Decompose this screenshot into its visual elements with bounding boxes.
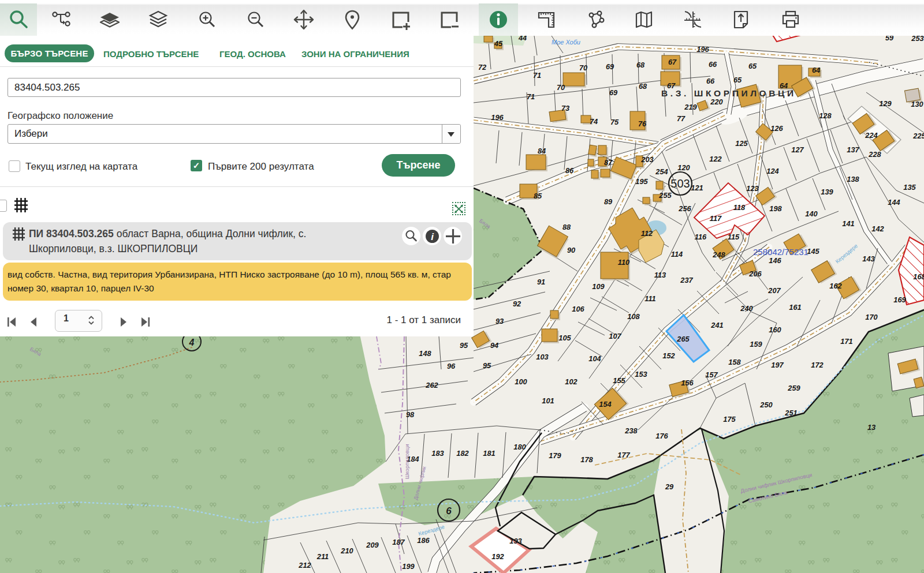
svg-text:186: 186 — [417, 536, 430, 545]
svg-text:199: 199 — [402, 562, 415, 571]
svg-text:72: 72 — [478, 63, 486, 72]
svg-text:125: 125 — [735, 139, 748, 148]
svg-text:68: 68 — [636, 61, 645, 69]
svg-text:114: 114 — [671, 250, 683, 259]
svg-text:121: 121 — [691, 183, 703, 192]
svg-text:124: 124 — [766, 167, 778, 175]
svg-text:196: 196 — [491, 113, 504, 122]
svg-text:129: 129 — [879, 99, 892, 108]
svg-text:157: 157 — [705, 370, 718, 379]
svg-text:65: 65 — [748, 62, 757, 70]
svg-text:169: 169 — [893, 295, 906, 304]
svg-text:95: 95 — [460, 341, 468, 350]
svg-text:84: 84 — [538, 147, 546, 155]
svg-text:159: 159 — [750, 340, 762, 349]
svg-text:115: 115 — [728, 233, 740, 241]
svg-text:88: 88 — [562, 223, 571, 231]
svg-text:255: 255 — [658, 191, 672, 200]
svg-text:91: 91 — [537, 278, 545, 286]
svg-text:251: 251 — [784, 409, 797, 417]
svg-text:В.З. ШКОРПИЛОВЦИ: В.З. ШКОРПИЛОВЦИ — [661, 88, 796, 98]
svg-text:85: 85 — [534, 192, 542, 200]
svg-text:198: 198 — [769, 204, 782, 213]
svg-text:13: 13 — [867, 423, 875, 432]
svg-text:142: 142 — [871, 224, 884, 233]
svg-text:69: 69 — [609, 88, 618, 97]
svg-text:138: 138 — [847, 175, 859, 183]
svg-text:101: 101 — [542, 396, 554, 405]
svg-text:203: 203 — [640, 155, 653, 164]
svg-text:66: 66 — [706, 77, 715, 85]
svg-text:212: 212 — [298, 561, 311, 570]
svg-text:219: 219 — [684, 103, 697, 111]
svg-text:66: 66 — [709, 60, 717, 69]
svg-text:170: 170 — [865, 313, 877, 321]
svg-text:146: 146 — [769, 256, 781, 265]
svg-text:107: 107 — [609, 332, 621, 340]
svg-text:71: 71 — [527, 92, 535, 101]
svg-text:156: 156 — [681, 379, 694, 387]
svg-text:228: 228 — [868, 150, 881, 159]
svg-text:111: 111 — [644, 294, 655, 303]
svg-text:154: 154 — [599, 400, 611, 409]
svg-text:183: 183 — [431, 449, 444, 458]
svg-text:254: 254 — [655, 167, 668, 176]
svg-text:145: 145 — [807, 247, 819, 256]
svg-text:248: 248 — [712, 250, 725, 259]
svg-text:Шкорпиловци: Шкорпиловци — [404, 444, 410, 480]
svg-text:241: 241 — [710, 321, 723, 329]
svg-text:67: 67 — [668, 58, 677, 66]
svg-text:237: 237 — [680, 276, 693, 284]
svg-text:126: 126 — [770, 124, 783, 133]
svg-text:45: 45 — [494, 39, 503, 48]
svg-text:137: 137 — [847, 145, 859, 154]
svg-text:4: 4 — [189, 338, 195, 347]
svg-text:70: 70 — [557, 83, 565, 92]
svg-text:196: 196 — [696, 45, 709, 54]
svg-text:116: 116 — [695, 233, 707, 241]
svg-text:98: 98 — [406, 410, 415, 419]
svg-text:197: 197 — [771, 361, 784, 369]
svg-text:265: 265 — [676, 335, 690, 343]
svg-text:93: 93 — [495, 317, 504, 325]
svg-text:106: 106 — [572, 305, 584, 313]
svg-text:177: 177 — [617, 451, 630, 459]
svg-text:258042/75231: 258042/75231 — [753, 247, 808, 257]
svg-text:105: 105 — [558, 334, 571, 342]
svg-text:87: 87 — [604, 158, 613, 167]
svg-text:162: 162 — [829, 282, 841, 290]
svg-text:100: 100 — [515, 377, 527, 386]
svg-text:175: 175 — [723, 415, 736, 424]
svg-text:64: 64 — [812, 66, 820, 74]
svg-text:108: 108 — [627, 312, 640, 321]
svg-text:89: 89 — [604, 197, 613, 206]
svg-text:68: 68 — [639, 82, 647, 91]
svg-text:176: 176 — [655, 432, 668, 440]
svg-text:128: 128 — [819, 111, 832, 120]
svg-text:180: 180 — [513, 443, 526, 451]
svg-text:220: 220 — [710, 98, 722, 106]
svg-text:172: 172 — [811, 361, 823, 369]
svg-text:238: 238 — [624, 426, 638, 435]
svg-text:130: 130 — [911, 100, 923, 108]
svg-text:140: 140 — [805, 209, 817, 218]
svg-text:90: 90 — [567, 246, 575, 254]
svg-text:171: 171 — [840, 337, 852, 346]
svg-text:92: 92 — [513, 299, 521, 308]
svg-text:148: 148 — [419, 349, 431, 358]
svg-text:158: 158 — [728, 358, 741, 366]
svg-text:160: 160 — [769, 325, 781, 334]
svg-text:141: 141 — [842, 219, 854, 228]
svg-text:104: 104 — [588, 354, 601, 363]
svg-text:120: 120 — [677, 163, 690, 172]
svg-text:118: 118 — [733, 203, 746, 212]
svg-text:117: 117 — [710, 214, 722, 223]
svg-text:207: 207 — [767, 286, 781, 295]
svg-text:86: 86 — [565, 166, 574, 175]
svg-text:110: 110 — [618, 258, 629, 267]
svg-text:94: 94 — [490, 341, 498, 350]
svg-text:135: 135 — [903, 183, 916, 192]
svg-text:225: 225 — [912, 132, 924, 140]
svg-text:127: 127 — [791, 145, 804, 154]
svg-text:29: 29 — [665, 482, 674, 491]
